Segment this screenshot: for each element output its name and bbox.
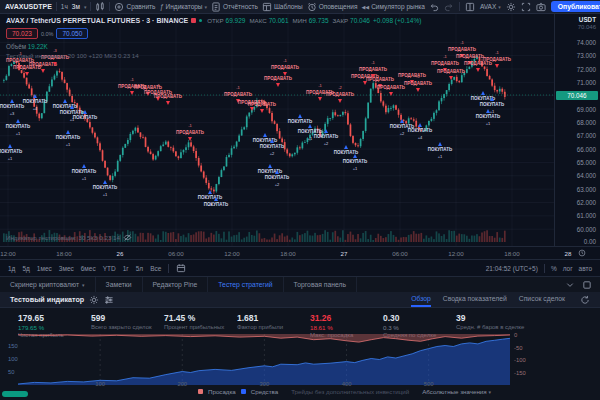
- scale-button-авто[interactable]: авто: [579, 265, 592, 272]
- panel-tabs: Скринер криптовалют ▾ЗаметкиРедактор Pin…: [0, 276, 600, 292]
- panel-tab-Тестер стратегий[interactable]: Тестер стратегий: [208, 277, 283, 292]
- scale-button-лог[interactable]: лог: [563, 265, 573, 272]
- price-tick: 72.000: [577, 66, 596, 73]
- layout-grid-icon[interactable]: [465, 2, 475, 12]
- clock-value[interactable]: 21:04:52 (UTC+5): [486, 265, 538, 272]
- range-button-6мес[interactable]: 6мес: [81, 265, 96, 272]
- chevron-down-icon[interactable]: ▾: [84, 4, 87, 10]
- price-tick: 67.000: [577, 132, 596, 139]
- panel-controls: [565, 277, 600, 292]
- drawdown-right-tick: -100: [514, 357, 526, 363]
- market-status-icon: [199, 19, 202, 22]
- price-axis-last: 70.046: [578, 24, 596, 30]
- compare-button[interactable]: Сравнить: [114, 2, 155, 12]
- panel-tab-Торговая панель[interactable]: Торговая панель: [284, 277, 357, 292]
- stat-value: 39: [456, 313, 524, 323]
- chart-type-button[interactable]: [95, 2, 105, 12]
- stat-value: 31.26: [310, 313, 353, 323]
- time-tick: 12:00: [0, 250, 15, 257]
- fullscreen-icon[interactable]: [521, 2, 531, 12]
- symbol-title: AVAX / TetherUS PERPETUAL FUTURES · 3 · …: [6, 17, 188, 24]
- layout-name-button[interactable]: AVAX ▾: [480, 3, 501, 10]
- range-buttons: 1д5д1мес3мес6месYTD1г5лВсе: [8, 265, 161, 272]
- interval-button-1h[interactable]: 1ч: [61, 3, 68, 10]
- alerts-button[interactable]: Оповещения: [307, 2, 358, 12]
- replay-button[interactable]: ◀◀ Симулятор рынка: [361, 3, 424, 10]
- plus-circle-icon: [114, 2, 124, 12]
- scale-button-%[interactable]: %: [551, 265, 557, 272]
- undo-icon[interactable]: [429, 2, 439, 12]
- range-button-Все[interactable]: Все: [150, 265, 161, 272]
- maximize-panel-icon[interactable]: [582, 280, 592, 290]
- indicator-name: Индикатор тестировщик: [6, 234, 75, 241]
- equity-legend-label[interactable]: Средства: [251, 388, 278, 395]
- equity-swatch[interactable]: [241, 389, 246, 394]
- price-tick: 65.000: [577, 159, 596, 166]
- value-mode-dropdown[interactable]: Абсолютные значения ▾: [422, 388, 491, 395]
- indicator-legend-top[interactable]: Тестовый индикатор 20 100 +120 МК3 0.23 …: [6, 52, 421, 59]
- divider: [56, 2, 57, 11]
- indicator-values: 30 5К3 0.23 14: [78, 234, 119, 241]
- sell-price-button[interactable]: 70.023: [6, 28, 38, 39]
- range-button-3мес[interactable]: 3мес: [59, 265, 74, 272]
- panel-tab-Заметки[interactable]: Заметки: [96, 277, 143, 292]
- refresh-icon[interactable]: [580, 295, 590, 305]
- panel-tab-Скринер криптовалют[interactable]: Скринер криптовалют ▾: [0, 277, 96, 292]
- publish-button[interactable]: Опубликовать: [551, 1, 600, 12]
- range-button-YTD[interactable]: YTD: [103, 265, 116, 272]
- strategy-properties-icon[interactable]: [104, 295, 114, 305]
- strategy-title[interactable]: Тестовый индикатор: [10, 295, 84, 304]
- indicator-legend-bottom[interactable]: Индикатор тестировщик 30 5К3 0.23 14: [6, 233, 132, 242]
- buy-price-button[interactable]: 70.050: [56, 28, 88, 39]
- tester-tab-Сводка показателей[interactable]: Сводка показателей: [443, 292, 507, 307]
- price-tick: 69.000: [577, 106, 596, 113]
- reports-button[interactable]: Отчётность: [211, 2, 258, 12]
- time-tick: 12:00: [224, 250, 239, 257]
- clock-icon[interactable]: [578, 249, 586, 257]
- stat-3: 1.681Фактор прибыли: [237, 313, 283, 330]
- chart-area[interactable]: ПРОДАВАТЬ-1ПРОДАВАТЬПРОДАВАТЬПРОДАВАТЬ-3…: [0, 14, 600, 246]
- trade-buttons: 70.023 0.0% 70.050: [6, 28, 421, 39]
- price-tick: 64.000: [577, 172, 596, 179]
- volume-legend[interactable]: Объём 19.22K: [6, 43, 421, 50]
- gear-icon[interactable]: [506, 2, 516, 12]
- chevron-down-icon: ▾: [205, 4, 208, 10]
- panel-tab-Редактор Pine[interactable]: Редактор Pine: [143, 277, 209, 292]
- price-tick: 62.000: [577, 199, 596, 206]
- stat-label: Всего закрыто сделок: [91, 324, 152, 330]
- camera-icon[interactable]: [536, 2, 546, 12]
- stat-sub: 18.61 %: [310, 324, 353, 331]
- tester-tab-Обзор[interactable]: Обзор: [411, 292, 431, 307]
- price-axis[interactable]: USDT 70.046 74.00073.00072.00071.00069.0…: [554, 14, 600, 246]
- gear-icon[interactable]: [89, 295, 99, 305]
- compare-label: Сравнить: [126, 3, 155, 10]
- range-button-1д[interactable]: 1д: [8, 265, 15, 272]
- replay-label: Симулятор рынка: [371, 3, 425, 10]
- divider: [544, 264, 545, 273]
- time-tick: 06:00: [168, 250, 183, 257]
- time-tick: 18:00: [56, 250, 71, 257]
- ohlc-МАКС: МАКС 70.061: [249, 17, 288, 24]
- redo-icon[interactable]: [444, 2, 454, 12]
- value-mode-label: Абсолютные значения: [422, 388, 487, 395]
- eye-hidden-icon[interactable]: [123, 233, 132, 242]
- drawdown-legend-label[interactable]: Просадка: [208, 388, 236, 395]
- range-button-1мес[interactable]: 1мес: [37, 265, 52, 272]
- time-axis[interactable]: 12:0018:002606:0012:0018:002706:0012:001…: [0, 246, 600, 259]
- symbol-search-button[interactable]: AVAXUSDTPE: [5, 3, 52, 10]
- symbol-info-row[interactable]: AVAX / TetherUS PERPETUAL FUTURES · 3 · …: [6, 17, 421, 24]
- price-tick: 71.000: [577, 79, 596, 86]
- range-button-1г[interactable]: 1г: [123, 265, 129, 272]
- chevron-down-icon[interactable]: [565, 280, 575, 290]
- tester-tab-Список сделок[interactable]: Список сделок: [519, 292, 565, 307]
- range-button-5д[interactable]: 5д: [22, 265, 29, 272]
- templates-button[interactable]: Шаблоны: [262, 2, 303, 12]
- stat-value: 71.45 %: [164, 313, 224, 323]
- drawdown-swatch[interactable]: [198, 389, 203, 394]
- time-tick: 06:00: [392, 250, 407, 257]
- go-to-date-icon[interactable]: [176, 263, 186, 273]
- interval-button-3m[interactable]: 3м: [72, 3, 80, 10]
- indicators-button[interactable]: ƒ Индикаторы ▾: [159, 2, 207, 11]
- panel-tab-list: Скринер криптовалют ▾ЗаметкиРедактор Pin…: [0, 277, 357, 292]
- range-button-5л[interactable]: 5л: [136, 265, 143, 272]
